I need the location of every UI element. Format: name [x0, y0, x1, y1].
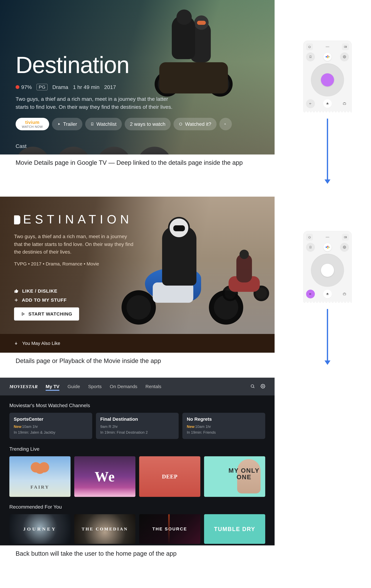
dpad[interactable] — [311, 254, 344, 287]
recommended-thumb[interactable]: THE SOURCE — [139, 514, 200, 544]
caption-1: Movie Details page in Google TV — Deep l… — [0, 155, 275, 172]
add-to-stuff-button[interactable]: ADD TO MY STUFF — [14, 297, 67, 303]
recommended-thumb[interactable]: THE COMEDIAN — [74, 514, 135, 544]
app-details-screen: ESTINATION Two guys, a thief and a rich … — [0, 197, 275, 353]
card-line1: New10am 1hr — [187, 424, 261, 430]
power-button[interactable] — [306, 234, 313, 241]
back-arrow-icon — [309, 102, 312, 105]
home-icon — [326, 293, 329, 295]
input-icon — [344, 236, 347, 239]
recommended-thumb[interactable]: JOURNEY — [9, 514, 71, 544]
tv-icon — [343, 102, 346, 105]
trending-thumb[interactable]: MY ONLY ONE — [204, 456, 265, 497]
settings-button[interactable] — [260, 384, 265, 389]
channel-card[interactable]: Final Destination 9am R 2hr In 19min: Fi… — [96, 413, 179, 439]
card-line2: In 19min: Final Destination 2 — [100, 430, 175, 435]
trending-thumb[interactable]: We — [74, 456, 135, 497]
trending-thumb[interactable]: DEEP — [139, 456, 200, 497]
dpad[interactable] — [311, 63, 344, 96]
assistant-button[interactable] — [323, 243, 331, 251]
ways-to-watch-button[interactable]: 2 ways to watch — [125, 118, 171, 130]
movie-description: Two guys, a thief and a rich man, meet i… — [16, 95, 181, 111]
tab-sports[interactable]: Sports — [88, 379, 102, 394]
year-label: 2017 — [104, 84, 116, 90]
card-line2: In 19min: Jalen & Jackby — [14, 430, 88, 435]
search-button[interactable] — [250, 384, 255, 389]
tv-button[interactable] — [340, 290, 349, 298]
microphone-icon — [326, 46, 329, 47]
power-button[interactable] — [306, 43, 313, 50]
you-may-also-like-row[interactable]: You May Also Like — [0, 334, 275, 353]
tv-icon — [343, 292, 346, 296]
bookmark-button[interactable] — [306, 243, 315, 252]
caption-3: Back button will take the user to the ho… — [0, 546, 275, 563]
hero-art-2b — [222, 251, 269, 301]
watch-now-button[interactable]: tivium WATCH NOW — [16, 118, 49, 130]
power-icon — [308, 236, 311, 239]
gear-icon — [260, 384, 265, 388]
tv-button[interactable] — [340, 99, 349, 108]
top-tabs: My TV Guide Sports On Demands Rentals — [46, 379, 161, 394]
tab-on-demands[interactable]: On Demands — [110, 379, 137, 394]
tab-my-tv[interactable]: My TV — [46, 379, 59, 394]
trending-thumb[interactable]: FAIRY — [9, 456, 71, 497]
svg-marker-10 — [325, 360, 330, 365]
tab-rentals[interactable]: Rentals — [145, 379, 161, 394]
app-movie-description: Two guys, a thief and a rich man, meet i… — [14, 233, 136, 256]
card-line1: 9am R 2hr — [100, 424, 175, 430]
card-title: Final Destination — [100, 417, 175, 422]
movie-meta: 97% PG Drama 1 hr 49 min 2017 — [16, 84, 259, 90]
trailer-label: Trailer — [63, 121, 77, 127]
rate-icon — [224, 122, 228, 126]
genre-label: Drama — [52, 84, 68, 90]
google-tv-details-screen: Destination 97% PG Drama 1 hr 49 min 201… — [0, 0, 275, 155]
plus-icon — [14, 298, 18, 302]
input-button[interactable] — [342, 234, 349, 241]
app-movie-title: ESTINATION — [14, 212, 136, 226]
also-like-label: You May Also Like — [22, 341, 60, 346]
title-d-glyph — [14, 215, 20, 224]
bookmark-icon — [309, 55, 312, 58]
input-button[interactable] — [342, 43, 349, 50]
search-icon — [250, 384, 255, 388]
back-button-highlighted[interactable] — [306, 290, 315, 298]
duration-label: 1 hr 49 min — [73, 84, 99, 90]
bookmark-button[interactable] — [306, 52, 315, 61]
assistant-icon — [326, 245, 329, 249]
home-button[interactable] — [323, 290, 332, 298]
bookmark-icon — [309, 246, 312, 249]
svg-point-12 — [262, 386, 264, 387]
gear-icon — [343, 246, 346, 249]
movie-title: Destination — [16, 52, 259, 78]
recommended-heading: Recommended For You — [0, 497, 275, 514]
start-label: START WATCHING — [28, 311, 72, 317]
tab-guide[interactable]: Guide — [68, 379, 80, 394]
dpad-select-button[interactable] — [321, 73, 334, 86]
watchlist-label: Watchlist — [96, 121, 116, 127]
circle-icon — [179, 122, 183, 126]
remote-control — [303, 41, 352, 112]
channel-card[interactable]: No Regrets New10am 1hr In 19min: Friends — [182, 413, 265, 439]
assistant-button[interactable] — [323, 53, 331, 61]
settings-button[interactable] — [340, 243, 349, 252]
watch-now-label: WATCH NOW — [22, 125, 43, 129]
watched-it-button[interactable]: Watched it? — [174, 118, 216, 130]
channel-card[interactable]: SportsCenter New10am 1hr In 19min: Jalen… — [9, 413, 92, 439]
start-watching-button[interactable]: START WATCHING — [14, 307, 79, 321]
back-button[interactable] — [306, 99, 315, 108]
more-button[interactable] — [219, 118, 232, 130]
settings-button[interactable] — [340, 52, 349, 61]
home-button[interactable] — [323, 99, 332, 108]
like-dislike-button[interactable]: LIKE / DISLIKE — [14, 288, 57, 294]
back-arrow-icon — [309, 293, 312, 295]
recommended-thumb[interactable]: TUMBLE DRY — [204, 514, 265, 544]
trailer-button[interactable]: Trailer — [52, 118, 82, 130]
watched-label: Watched it? — [185, 121, 211, 127]
card-line1: New10am 1hr — [14, 424, 88, 430]
dpad-select-button[interactable] — [321, 264, 334, 277]
watchlist-button[interactable]: Watchlist — [85, 118, 122, 130]
card-title: No Regrets — [187, 417, 261, 422]
card-line2: In 19min: Friends — [187, 430, 261, 435]
rating-badge: PG — [37, 84, 48, 90]
flow-arrow-1 — [324, 119, 331, 184]
